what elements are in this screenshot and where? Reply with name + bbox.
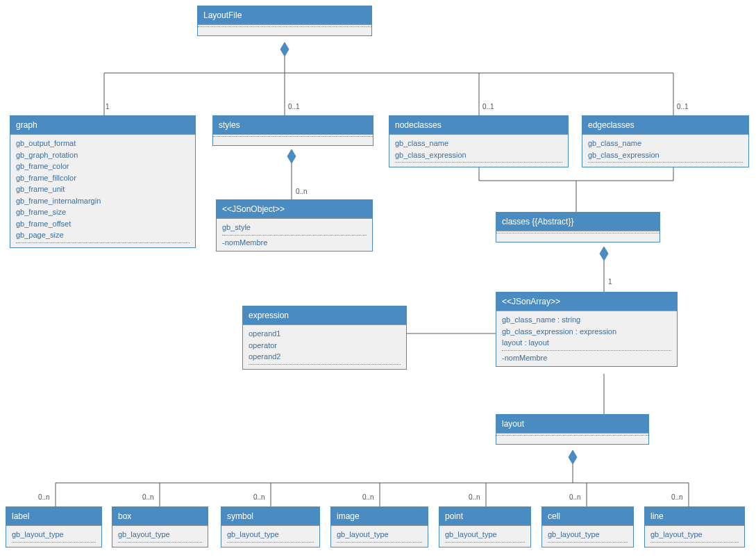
mult-graph: 1 [106,103,110,110]
attr: gb_class_expression [395,149,562,161]
class-layoutfile: LayoutFile [197,6,372,36]
class-title: styles [213,116,373,134]
mult-symbol: 0..n [253,493,265,501]
class-label: label gb_layout_type [6,507,102,547]
mult-cell: 0..n [569,493,581,501]
attr: gb_layout_type [337,529,422,541]
class-title: line [645,507,744,525]
class-title: <<JSonObject>> [217,200,372,218]
attr: gb_layout_type [12,529,96,541]
class-title: image [331,507,428,525]
class-symbol: symbol gb_layout_type [221,507,320,547]
class-title: expression [243,306,406,324]
class-layout: layout [496,414,649,445]
class-jsonarray: <<JSonArray>> gb_class_name : string gb_… [496,292,678,367]
class-title: symbol [221,507,319,525]
class-title: point [439,507,530,525]
class-title: classes {{Abstract}} [496,213,660,231]
class-title: cell [542,507,633,525]
mult-jsonarray: 1 [608,278,612,286]
attr: operand1 [249,328,401,340]
class-image: image gb_layout_type [330,507,428,547]
attr: layout : layout [502,337,671,349]
attr: gb_frame_fillcolor [16,172,190,184]
attr: gb_frame_internalmargin [16,195,190,207]
attr: operand2 [249,351,401,363]
svg-marker-13 [600,247,608,261]
class-nodeclasses: nodeclasses gb_class_name gb_class_expre… [389,115,569,167]
attr: gb_frame_offset [16,218,190,230]
class-title: label [6,507,101,525]
mult-label: 0..n [38,493,50,501]
class-styles: styles [212,115,373,146]
attr: -nomMembre [222,237,367,249]
class-graph: graph gb_output_format gb_graph_rotation… [10,115,196,248]
class-line: line gb_layout_type [644,507,745,547]
attr: gb_style [222,222,367,233]
attr: gb_graph_rotation [16,149,190,161]
connector-lines [0,0,756,560]
attr: gb_frame_size [16,206,190,218]
class-title: LayoutFile [198,6,371,24]
mult-line: 0..n [671,493,683,501]
class-jsonobject: <<JSonObject>> gb_style -nomMembre [216,199,373,252]
attr: gb_layout_type [650,529,739,541]
attr: gb_class_expression [588,149,743,161]
mult-jsonobject: 0..n [296,188,308,195]
attr: gb_layout_type [227,529,314,541]
attr: gb_frame_unit [16,183,190,195]
attr: gb_page_size [16,229,190,241]
class-title: <<JSonArray>> [496,293,677,311]
class-title: layout [496,415,648,433]
class-edgeclasses: edgeclasses gb_class_name gb_class_expre… [582,115,749,167]
attr: gb_class_expression : expression [502,326,671,338]
attr: -nomMembre [502,352,671,364]
mult-point: 0..n [469,493,480,501]
mult-box: 0..n [142,493,154,501]
attr: gb_layout_type [118,529,202,541]
class-title: edgeclasses [582,116,748,134]
class-cell: cell gb_layout_type [541,507,634,547]
svg-marker-0 [280,42,289,56]
svg-marker-17 [569,450,577,464]
attr: gb_frame_color [16,160,190,172]
attr: gb_class_name [588,138,743,149]
mult-image: 0..n [362,493,374,501]
class-expression: expression operand1 operator operand2 [242,306,407,370]
mult-styles: 0..1 [288,103,300,110]
attr: gb_output_format [16,138,190,149]
attr: gb_layout_type [445,529,525,541]
class-classes-abstract: classes {{Abstract}} [496,212,660,242]
mult-nodeclasses: 0..1 [482,103,494,110]
mult-edgeclasses: 0..1 [677,103,689,110]
class-point: point gb_layout_type [439,507,531,547]
class-title: box [112,507,208,525]
attr: operator [249,340,401,352]
attr: gb_class_name [395,138,562,149]
class-box: box gb_layout_type [112,507,208,547]
attr: gb_class_name : string [502,314,671,326]
attr: gb_layout_type [548,529,628,541]
svg-marker-7 [287,149,296,163]
class-title: nodeclasses [389,116,568,134]
class-title: graph [10,116,195,134]
